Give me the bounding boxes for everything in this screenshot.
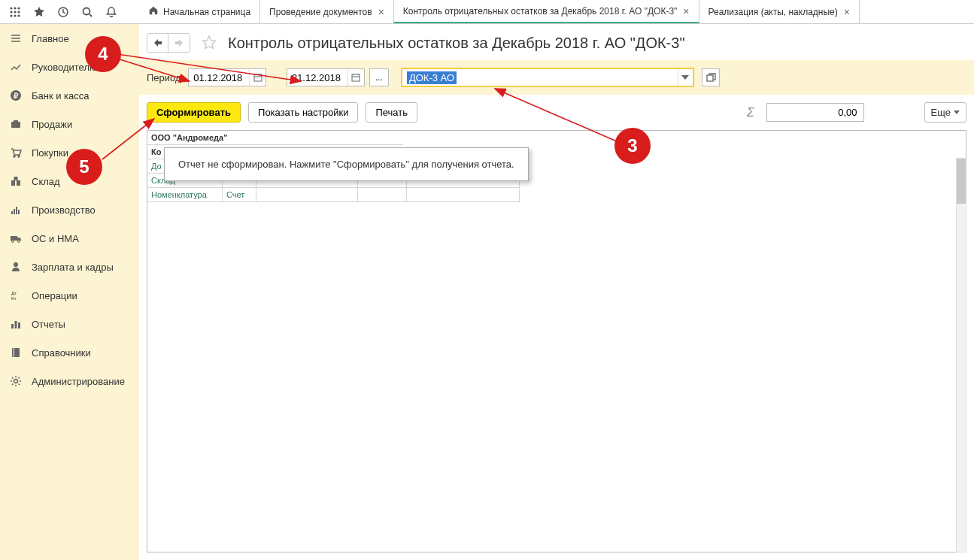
home-icon <box>148 5 159 18</box>
callout-3: 3 <box>614 128 651 164</box>
report-company: ООО "Андромеда" <box>147 131 403 145</box>
factory-icon <box>9 203 23 216</box>
tab-control[interactable]: Контроль отрицательных остатков за Декаб… <box>394 0 699 23</box>
sidebar-item-label: Производство <box>32 204 96 216</box>
sigma-icon: Σ <box>747 106 754 120</box>
more-menu[interactable]: Еще <box>924 102 966 123</box>
menu-icon <box>9 32 23 45</box>
favorite-icon[interactable] <box>201 35 217 51</box>
open-reference-button[interactable] <box>702 68 720 86</box>
period-select-button[interactable]: ... <box>369 68 389 86</box>
svg-point-6 <box>10 14 12 17</box>
back-button[interactable] <box>147 34 168 52</box>
sidebar-item-bank[interactable]: ₽Банк и касса <box>0 81 139 110</box>
svg-point-16 <box>18 156 20 157</box>
calendar-icon[interactable] <box>347 69 364 86</box>
sidebar-item-reports[interactable]: Отчеты <box>0 310 139 338</box>
print-button[interactable]: Печать <box>366 102 417 123</box>
svg-point-27 <box>14 262 18 267</box>
svg-text:₽: ₽ <box>14 92 19 100</box>
trend-icon <box>9 60 23 74</box>
sidebar-item-production[interactable]: Производство <box>0 195 139 224</box>
close-icon[interactable]: × <box>844 6 850 18</box>
sidebar-item-assets[interactable]: ОС и НМА <box>0 224 139 253</box>
close-icon[interactable]: × <box>683 5 689 17</box>
star-icon[interactable] <box>33 6 45 18</box>
tab-label: Реализация (акты, накладные) <box>709 7 838 17</box>
tab-label: Начальная страница <box>163 7 250 17</box>
sum-input[interactable] <box>766 103 864 122</box>
sidebar-item-label: Покупки <box>32 147 68 159</box>
svg-rect-34 <box>14 348 14 357</box>
svg-point-35 <box>14 380 18 383</box>
sidebar-item-label: Продажи <box>32 119 72 130</box>
truck-icon <box>9 232 23 245</box>
svg-rect-24 <box>11 236 17 241</box>
date-from-input[interactable] <box>189 72 249 83</box>
sidebar-item-label: Склад <box>32 176 60 187</box>
scrollbar[interactable] <box>956 158 966 552</box>
tab-label: Проведение документов <box>269 7 372 17</box>
svg-point-15 <box>14 156 15 157</box>
calendar-icon[interactable] <box>249 69 265 86</box>
sidebar-item-admin[interactable]: Администрирование <box>0 367 139 395</box>
svg-point-25 <box>12 241 14 243</box>
svg-point-4 <box>14 11 16 13</box>
sidebar-item-label: ОС и НМА <box>32 233 79 244</box>
show-settings-button[interactable]: Показать настройки <box>248 102 358 123</box>
period-label: Период: <box>147 72 184 83</box>
svg-rect-31 <box>15 321 17 328</box>
svg-rect-19 <box>14 177 18 180</box>
svg-rect-33 <box>12 348 20 357</box>
svg-point-10 <box>83 8 90 14</box>
dropdown-icon[interactable] <box>678 69 693 86</box>
svg-point-5 <box>17 11 20 13</box>
svg-point-0 <box>10 7 12 9</box>
sidebar-item-operations[interactable]: ДтКтОперации <box>0 281 139 310</box>
person-icon <box>9 260 23 274</box>
nav-back-forward <box>147 33 190 53</box>
sidebar-item-label: Операции <box>32 290 77 301</box>
tab-documents[interactable]: Проведение документов × <box>260 0 394 23</box>
tab-realization[interactable]: Реализация (акты, накладные) × <box>699 0 860 23</box>
svg-point-8 <box>17 14 20 17</box>
svg-rect-21 <box>14 209 15 214</box>
svg-rect-22 <box>16 207 17 214</box>
tab-home[interactable]: Начальная страница <box>139 0 260 23</box>
organization-input[interactable]: ДОК-3 АО <box>402 72 678 83</box>
tab-label: Контроль отрицательных остатков за Декаб… <box>403 6 678 17</box>
form-button[interactable]: Сформировать <box>147 102 241 123</box>
forward-button[interactable] <box>168 34 190 52</box>
sidebar-item-hr[interactable]: Зарплата и кадры <box>0 253 139 281</box>
sidebar-item-label: Главное <box>32 33 69 44</box>
sidebar-item-label: Банк и касса <box>32 90 90 101</box>
scroll-thumb[interactable] <box>957 159 966 204</box>
bell-icon[interactable] <box>105 6 117 18</box>
history-icon[interactable] <box>57 6 69 18</box>
page-title: Контроль отрицательных остатков за Декаб… <box>228 35 685 52</box>
svg-rect-13 <box>11 122 20 128</box>
apps-icon[interactable] <box>9 6 21 18</box>
briefcase-icon <box>9 117 23 131</box>
organization-field: ДОК-3 АО <box>401 68 694 87</box>
callout-4: 4 <box>85 36 121 72</box>
svg-rect-30 <box>11 324 14 328</box>
book-icon <box>9 346 23 359</box>
svg-point-26 <box>18 241 20 243</box>
svg-text:Кт: Кт <box>11 296 17 301</box>
sidebar-item-catalogs[interactable]: Справочники <box>0 338 139 367</box>
search-icon[interactable] <box>81 6 93 18</box>
svg-rect-38 <box>707 75 713 81</box>
date-to-input[interactable] <box>287 72 347 83</box>
sidebar-item-label: Отчеты <box>32 319 65 330</box>
svg-text:Дт: Дт <box>11 291 17 295</box>
svg-point-2 <box>17 7 20 9</box>
report-tooltip: Отчет не сформирован. Нажмите "Сформиров… <box>164 147 529 181</box>
balance-icon: ДтКт <box>9 289 23 302</box>
svg-rect-17 <box>11 180 15 186</box>
svg-rect-23 <box>18 210 20 214</box>
sidebar-item-sales[interactable]: Продажи <box>0 110 139 138</box>
ruble-icon: ₽ <box>9 89 23 102</box>
close-icon[interactable]: × <box>378 6 384 18</box>
cart-icon <box>9 146 23 159</box>
